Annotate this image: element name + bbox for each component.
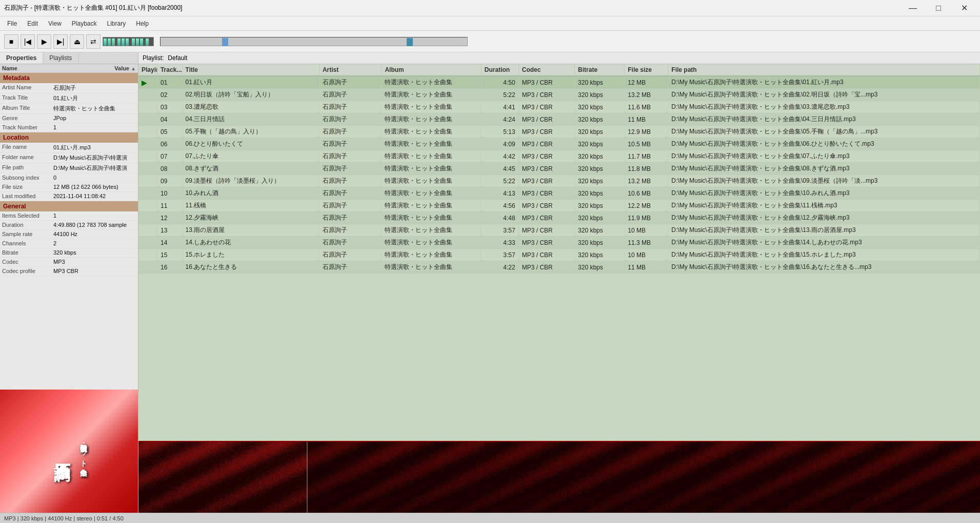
cell-duration: 4:50 [481,76,518,89]
shuffle-button[interactable]: ⇄ [86,34,101,49]
col-header-duration[interactable]: Duration [481,64,518,76]
cell-title: 13.雨の居酒屋 [182,224,319,237]
cell-artist: 石原詢子 [319,200,382,212]
table-row[interactable]: 15 15.ホレました 石原詢子 特選演歌・ヒット全曲集 3:57 MP3 / … [138,249,980,261]
cell-filepath: D:\My Music\石原詢子\特選演歌・ヒット全曲集\13.雨の居酒屋.mp… [668,224,980,237]
table-row[interactable]: 11 11.桟橋 石原詢子 特選演歌・ヒット全曲集 4:56 MP3 / CBR… [138,200,980,212]
cell-album: 特選演歌・ヒット全曲集 [382,175,481,187]
next-button[interactable]: ▶| [53,34,68,49]
prop-codec: Codec MP3 [0,258,138,267]
table-row[interactable]: 16 16.あなたと生きる 石原詢子 特選演歌・ヒット全曲集 4:22 MP3 … [138,261,980,274]
toolbar: ■ |◀ ▶ ▶| ⏏ ⇄ [0,31,980,52]
window-title: 石原詢子 - [特選演歌・ヒット全曲集 #01] 01.紅い月 [foobar2… [4,4,182,12]
table-row[interactable]: 09 09.淡墨桜（詩吟「淡墨桜」入り） 石原詢子 特選演歌・ヒット全曲集 5:… [138,175,980,187]
maximize-button[interactable]: □ [927,0,950,16]
col-header-filepath[interactable]: File path [668,64,980,76]
cell-filesize: 11.9 MB [625,212,668,224]
cell-duration: 4:24 [481,113,518,126]
cell-track: 04 [157,113,182,126]
cell-codec: MP3 / CBR [518,187,574,200]
cell-artist: 石原詢子 [319,113,382,126]
col-header-track[interactable]: Track... [157,64,182,76]
cell-filesize: 10.6 MB [625,187,668,200]
cell-track: 11 [157,200,182,212]
col-header-filesize[interactable]: File size [625,64,668,76]
cell-filesize: 11 MB [625,113,668,126]
col-header-codec[interactable]: Codec [518,64,574,76]
menu-playback[interactable]: Playback [67,18,102,29]
table-row[interactable]: 03 03.濃尾恋歌 石原詢子 特選演歌・ヒット全曲集 4:41 MP3 / C… [138,101,980,113]
cell-bitrate: 320 kbps [575,150,625,163]
tab-playlists[interactable]: Playlists [43,52,78,64]
cell-filepath: D:\My Music\石原詢子\特選演歌・ヒット全曲集\07.ふたり傘.mp3 [668,150,980,163]
cell-track: 05 [157,126,182,138]
table-row[interactable]: 06 06.ひとり酔いたくて 石原詢子 特選演歌・ヒット全曲集 4:09 MP3… [138,138,980,150]
menu-file[interactable]: File [2,18,22,29]
col-header-album[interactable]: Album [382,64,481,76]
cell-filepath: D:\My Music\石原詢子\特選演歌・ヒット全曲集\14.しあわせの花.m… [668,237,980,249]
menu-edit[interactable]: Edit [22,18,43,29]
prop-items-selected: Items Selected 1 [0,211,138,221]
seek-thumb-end[interactable] [407,38,413,46]
prop-subsong-index: Subsong index 0 [0,173,138,183]
cell-playing [138,101,157,113]
menu-view[interactable]: View [43,18,67,29]
properties-panel[interactable]: Name Value ▲ Metadata Artist Name 石原詢子 T… [0,64,138,390]
table-row[interactable]: 12 12.夕霧海峡 石原詢子 特選演歌・ヒット全曲集 4:48 MP3 / C… [138,212,980,224]
cell-bitrate: 320 kbps [575,89,625,101]
cell-album: 特選演歌・ヒット全曲集 [382,224,481,237]
cell-title: 10.みれん酒 [182,187,319,200]
table-row[interactable]: 07 07.ふたり傘 石原詢子 特選演歌・ヒット全曲集 4:42 MP3 / C… [138,150,980,163]
cell-filesize: 12 MB [625,76,668,89]
cell-codec: MP3 / CBR [518,163,574,175]
cell-playing [138,138,157,150]
statusbar: MP3 | 320 kbps | 44100 Hz | stereo | 0:5… [0,513,980,523]
table-row[interactable]: 04 04.三日月情話 石原詢子 特選演歌・ヒット全曲集 4:24 MP3 / … [138,113,980,126]
table-row[interactable]: 13 13.雨の居酒屋 石原詢子 特選演歌・ヒット全曲集 3:57 MP3 / … [138,224,980,237]
waveform-canvas [138,442,980,513]
tab-properties[interactable]: Properties [0,52,43,64]
cell-track: 15 [157,249,182,261]
seek-bar[interactable] [160,37,468,46]
minimize-button[interactable]: — [901,0,925,16]
table-row[interactable]: 05 05.手鞠（「越の鳥」入り） 石原詢子 特選演歌・ヒット全曲集 5:13 … [138,126,980,138]
menu-help[interactable]: Help [131,18,154,29]
cell-album: 特選演歌・ヒット全曲集 [382,89,481,101]
stop-button[interactable]: ■ [4,34,18,49]
prev-button[interactable]: |◀ [21,34,35,49]
playlist-container[interactable]: Playing Track... Title Artist Album Dura… [138,64,980,441]
cell-filepath: D:\My Music\石原詢子\特選演歌・ヒット全曲集\05.手鞠（「越の鳥」… [668,126,980,138]
cell-album: 特選演歌・ヒット全曲集 [382,126,481,138]
table-row[interactable]: 14 14.しあわせの花 石原詢子 特選演歌・ヒット全曲集 4:33 MP3 /… [138,237,980,249]
cell-title: 04.三日月情話 [182,113,319,126]
cell-filesize: 13.2 MB [625,175,668,187]
cell-track: 12 [157,212,182,224]
location-section-header: Location [0,132,138,143]
cell-title: 03.濃尾恋歌 [182,101,319,113]
cell-title: 14.しあわせの花 [182,237,319,249]
close-button[interactable]: ✕ [952,0,976,16]
seek-thumb[interactable] [222,38,228,46]
playlist-table: Playing Track... Title Artist Album Dura… [138,64,980,274]
col-header-bitrate[interactable]: Bitrate [575,64,625,76]
table-row[interactable]: 08 08.きずな酒 石原詢子 特選演歌・ヒット全曲集 4:45 MP3 / C… [138,163,980,175]
cell-album: 特選演歌・ヒット全曲集 [382,200,481,212]
playlist-tbody: ▶ 01 01.紅い月 石原詢子 特選演歌・ヒット全曲集 4:50 MP3 / … [138,76,980,274]
cell-filesize: 11.7 MB [625,150,668,163]
open-button[interactable]: ⏏ [70,34,84,49]
cell-bitrate: 320 kbps [575,224,625,237]
table-row[interactable]: 10 10.みれん酒 石原詢子 特選演歌・ヒット全曲集 4:13 MP3 / C… [138,187,980,200]
cell-bitrate: 320 kbps [575,212,625,224]
table-row[interactable]: 02 02.明日坂（詩吟「宝船」入り） 石原詢子 特選演歌・ヒット全曲集 5:2… [138,89,980,101]
menu-library[interactable]: Library [102,18,131,29]
table-row[interactable]: ▶ 01 01.紅い月 石原詢子 特選演歌・ヒット全曲集 4:50 MP3 / … [138,76,980,89]
cell-duration: 3:57 [481,249,518,261]
col-header-artist[interactable]: Artist [319,64,382,76]
play-button[interactable]: ▶ [37,34,51,49]
cell-track: 06 [157,138,182,150]
cell-album: 特選演歌・ヒット全曲集 [382,76,481,89]
col-header-title[interactable]: Title [182,64,319,76]
cell-filepath: D:\My Music\石原詢子\特選演歌・ヒット全曲集\06.ひとり酔いたくて… [668,138,980,150]
col-header-playing[interactable]: Playing [138,64,157,76]
album-art-subtext: 特選演歌・ヒット全曲集 [78,439,88,463]
